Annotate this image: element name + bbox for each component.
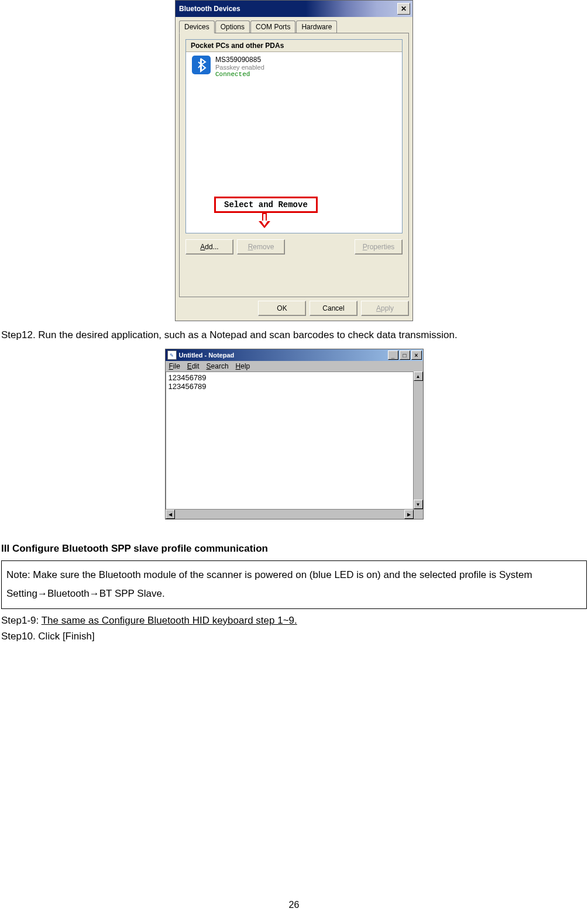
vertical-scrollbar[interactable]: ▲ ▼ [413,371,423,509]
notepad-menubar: File Edit Search Help [166,361,423,371]
notepad-close-button[interactable]: × [411,350,422,360]
tab-strip: Devices Options COM Ports Hardware [176,17,412,33]
add-button[interactable]: Add... [185,239,233,254]
tab-devices[interactable]: Devices [179,20,215,33]
menu-help[interactable]: Help [236,362,250,370]
listbox-group-header: Pocket PCs and other PDAs [186,40,402,52]
minimize-button[interactable]: _ [388,350,398,360]
callout-arrow-icon [256,213,271,228]
menu-file[interactable]: File [169,362,180,370]
step12-text: Step12. Run the desired application, suc… [1,327,587,343]
section-3-heading: III Configure Bluetooth SPP slave profil… [1,543,587,555]
note-text-post: BT SPP Slave. [99,588,165,599]
tab-hardware[interactable]: Hardware [296,20,337,33]
tab-options[interactable]: Options [215,20,250,33]
note-text-mid1: Bluetooth [47,588,90,599]
notepad-title: Untitled - Notepad [179,352,387,359]
device-status: Connected [215,71,264,78]
step1-9-prefix: Step1-9: [1,615,42,626]
device-listbox[interactable]: Pocket PCs and other PDAs MS359090885 Pa… [185,39,403,233]
panel-button-row: Add... Remove Properties [185,239,403,254]
bluetooth-icon [192,56,211,74]
scroll-up-icon[interactable]: ▲ [414,371,423,381]
page-number: 26 [0,900,588,910]
bluetooth-devices-dialog: Bluetooth Devices ✕ Devices Options COM … [175,0,413,321]
step10-line: Step10. Click [Finish] [1,628,587,644]
device-name: MS359090885 [215,56,264,64]
close-icon: ✕ [401,5,407,13]
note-box: Note: Make sure the Bluetooth module of … [1,560,587,609]
dialog-titlebar: Bluetooth Devices ✕ [176,1,412,17]
step1-9-link: The same as Configure Bluetooth HID keyb… [42,615,297,626]
notepad-app-icon: ✎ [167,350,177,360]
notepad-titlebar: ✎ Untitled - Notepad _ □ × [166,349,423,361]
dialog-button-row: OK Cancel Apply [176,301,412,321]
tab-panel-devices: Pocket PCs and other PDAs MS359090885 Pa… [179,33,409,297]
properties-button[interactable]: Properties [355,239,403,254]
cancel-button[interactable]: Cancel [310,301,357,316]
remove-button[interactable]: Remove [237,239,285,254]
scroll-down-icon[interactable]: ▼ [414,500,423,509]
horizontal-scrollbar[interactable]: ◀ ▶ [166,509,423,519]
device-text-block: MS359090885 Passkey enabled Connected [215,56,264,78]
step1-9-line: Step1-9: The same as Configure Bluetooth… [1,613,587,628]
svg-rect-2 [263,214,266,221]
tab-com-ports[interactable]: COM Ports [250,20,295,33]
scroll-left-icon[interactable]: ◀ [166,510,175,519]
scroll-right-icon[interactable]: ▶ [404,510,414,519]
notepad-text-area[interactable]: 123456789 123456789 [166,371,413,509]
scroll-corner [414,510,423,519]
maximize-button[interactable]: □ [400,350,410,360]
notepad-window: ✎ Untitled - Notepad _ □ × File Edit Sea… [165,349,424,520]
apply-button[interactable]: Apply [361,301,409,316]
menu-search[interactable]: Search [207,362,229,370]
arrow-icon: → [37,588,47,599]
callout-select-remove: Select and Remove [214,197,318,213]
menu-edit[interactable]: Edit [187,362,200,370]
device-list-item[interactable]: MS359090885 Passkey enabled Connected [186,52,402,81]
dialog-title: Bluetooth Devices [179,5,397,13]
close-button[interactable]: ✕ [397,3,410,15]
arrow-icon: → [90,588,99,599]
ok-button[interactable]: OK [258,301,306,316]
device-subtitle: Passkey enabled [215,64,264,71]
